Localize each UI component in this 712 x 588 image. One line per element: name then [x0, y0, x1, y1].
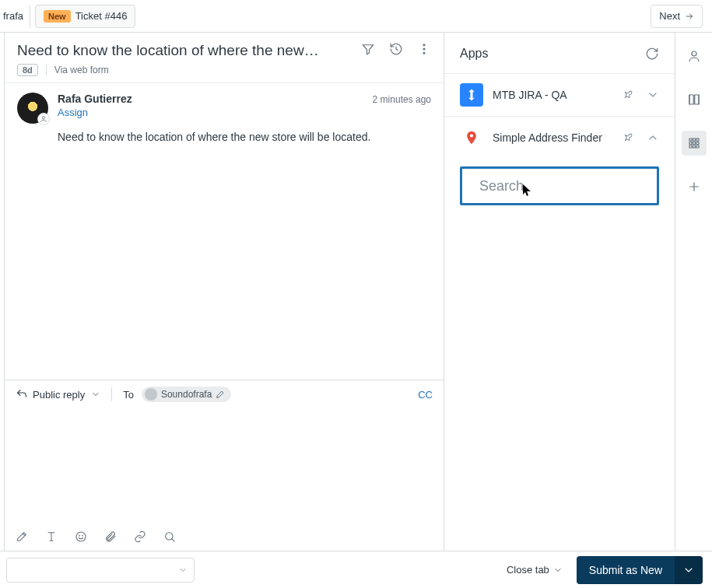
reply-box: Public reply To Soundofrafa CC — [5, 380, 444, 551]
svg-point-8 — [470, 134, 473, 137]
svg-point-1 — [423, 48, 425, 50]
svg-rect-12 — [693, 138, 695, 141]
svg-point-2 — [423, 52, 425, 54]
reply-toolbar — [5, 523, 444, 551]
status-badge-new: New — [44, 10, 71, 23]
pin-icon[interactable] — [622, 89, 634, 101]
svg-rect-11 — [689, 138, 692, 141]
chevron-down-icon — [178, 565, 188, 575]
app-row-jira[interactable]: MTB JIRA - QA — [444, 73, 675, 116]
close-tab-label: Close tab — [507, 564, 549, 576]
chevron-down-icon — [91, 390, 100, 399]
avatar-wrap — [17, 93, 48, 124]
main-layout: Need to know the location of where the n… — [0, 33, 712, 551]
tab-active-label: Ticket #446 — [75, 10, 128, 22]
svg-point-5 — [79, 535, 80, 536]
reply-arrow-icon — [16, 388, 28, 401]
jira-icon — [460, 83, 483, 107]
tab-previous-label: frafa — [3, 10, 23, 22]
apps-title: Apps — [460, 47, 488, 61]
ticket-title: Need to know the location of where the n… — [17, 42, 321, 59]
ticket-pane: Need to know the location of where the n… — [4, 33, 444, 551]
chevron-down-icon — [553, 565, 563, 575]
emoji-icon[interactable] — [75, 530, 87, 543]
rail-knowledge-icon[interactable] — [682, 87, 707, 112]
assign-link[interactable]: Assign — [58, 107, 431, 118]
reply-type-selector[interactable]: Public reply — [16, 388, 100, 401]
conversation-area: Rafa Gutierrez 2 minutes ago Assign Need… — [5, 82, 444, 380]
refresh-icon[interactable] — [645, 47, 659, 61]
rail-add-icon[interactable] — [682, 174, 707, 199]
reply-type-label: Public reply — [33, 389, 85, 401]
rail-user-icon[interactable] — [682, 44, 707, 68]
history-icon[interactable] — [389, 42, 403, 56]
compose-icon[interactable] — [16, 530, 28, 543]
ticket-header-actions — [361, 42, 431, 56]
next-button[interactable]: Next — [651, 5, 703, 28]
chevron-down-icon[interactable] — [647, 89, 659, 101]
search-icon[interactable] — [163, 530, 176, 543]
message-body: Need to know the location of where the n… — [58, 129, 431, 145]
close-tab-button[interactable]: Close tab — [500, 559, 569, 580]
svg-point-6 — [82, 535, 83, 536]
address-search-input[interactable] — [479, 178, 660, 194]
svg-rect-15 — [693, 142, 695, 145]
recipient-name: Soundofrafa — [161, 389, 212, 400]
svg-point-4 — [76, 532, 86, 541]
attachment-icon[interactable] — [104, 530, 117, 543]
app-row-address-finder[interactable]: Simple Address Finder — [444, 116, 675, 159]
cc-button[interactable]: CC — [418, 389, 433, 401]
recipient-chip[interactable]: Soundofrafa — [142, 387, 231, 402]
message: Rafa Gutierrez 2 minutes ago Assign Need… — [17, 93, 431, 145]
address-search-wrap — [444, 159, 675, 216]
reply-textarea[interactable] — [5, 408, 444, 523]
svg-point-10 — [692, 51, 696, 56]
svg-point-0 — [423, 44, 425, 46]
rail-apps-icon[interactable] — [682, 131, 707, 156]
reply-header: Public reply To Soundofrafa CC — [5, 380, 444, 408]
chevron-down-icon — [682, 564, 695, 576]
arrow-right-icon — [685, 12, 694, 21]
footer-left-dropdown[interactable] — [6, 558, 195, 583]
ticket-meta: 8d Via web form — [17, 64, 361, 76]
pencil-icon — [216, 390, 225, 399]
apps-pane: Apps MTB JIRA - QA Simple Address Finder — [444, 33, 675, 551]
tab-active-ticket[interactable]: New Ticket #446 — [35, 5, 135, 28]
svg-point-3 — [42, 117, 44, 119]
footer-bar: Close tab Submit as New — [0, 551, 712, 588]
cursor-pointer-icon — [523, 184, 532, 197]
avatar-role-badge — [37, 113, 50, 125]
chevron-up-icon[interactable] — [647, 131, 659, 144]
tab-previous-partial[interactable]: frafa — [0, 5, 30, 28]
address-search-box[interactable] — [460, 166, 659, 205]
submit-button[interactable]: Submit as New — [577, 556, 675, 584]
apps-header: Apps — [444, 33, 675, 73]
link-icon[interactable] — [134, 530, 146, 543]
filter-icon[interactable] — [361, 42, 375, 56]
map-pin-icon — [460, 126, 483, 149]
ticket-age-badge: 8d — [17, 64, 38, 76]
svg-rect-13 — [696, 138, 699, 141]
app-name-address: Simple Address Finder — [493, 131, 612, 145]
ticket-header: Need to know the location of where the n… — [5, 33, 444, 82]
tabs: frafa New Ticket #446 — [0, 0, 135, 32]
submit-dropdown-button[interactable] — [675, 556, 703, 584]
more-vertical-icon[interactable] — [417, 42, 431, 56]
svg-rect-16 — [696, 142, 699, 145]
app-name-jira: MTB JIRA - QA — [493, 88, 612, 103]
svg-rect-18 — [693, 145, 695, 148]
svg-rect-14 — [689, 142, 692, 145]
to-label: To — [123, 389, 134, 401]
right-rail — [675, 33, 712, 551]
svg-rect-17 — [689, 145, 692, 148]
chip-avatar — [145, 388, 157, 401]
svg-rect-19 — [696, 145, 699, 148]
ticket-via-text: Via web form — [46, 65, 109, 75]
pin-icon[interactable] — [622, 131, 634, 144]
message-timestamp: 2 minutes ago — [373, 94, 431, 105]
top-bar: frafa New Ticket #446 Next — [0, 0, 712, 33]
text-format-icon[interactable] — [45, 530, 58, 543]
message-author: Rafa Gutierrez — [58, 93, 132, 105]
submit-button-group: Submit as New — [577, 556, 703, 584]
next-button-label: Next — [659, 10, 680, 22]
